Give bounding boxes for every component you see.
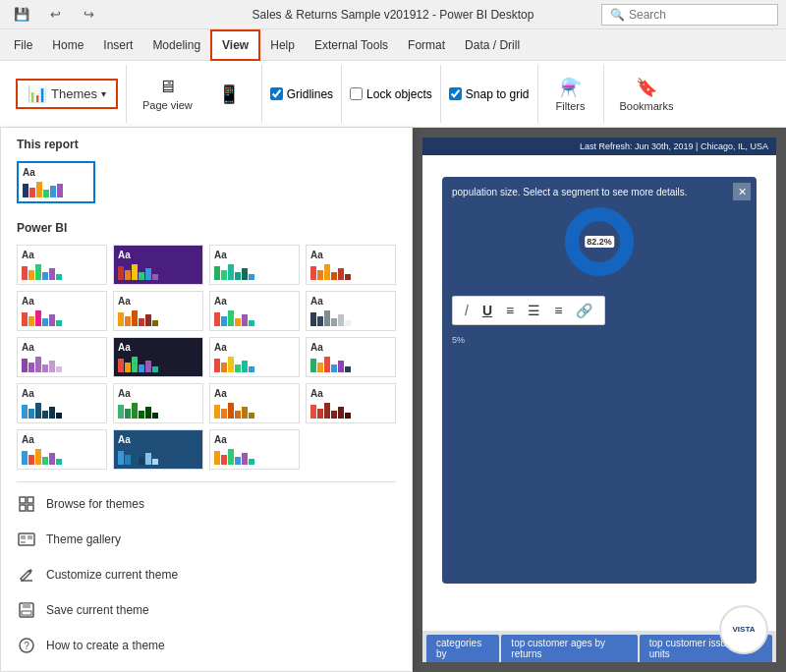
- theme-card[interactable]: Aa: [113, 383, 203, 423]
- snap-to-grid-label: Snap to grid: [466, 87, 530, 101]
- svg-rect-0: [20, 497, 26, 503]
- theme-card[interactable]: Aa: [306, 383, 396, 423]
- save-theme-label: Save current theme: [46, 603, 149, 617]
- ribbon-bookmarks-group: 🔖 Bookmarks: [604, 65, 690, 123]
- theme-card[interactable]: Aa: [113, 245, 203, 285]
- close-popup-button[interactable]: ✕: [733, 183, 751, 200]
- customize-theme-action[interactable]: Customize current theme: [1, 557, 412, 592]
- menu-view[interactable]: View: [210, 29, 260, 61]
- lock-objects-check[interactable]: [350, 87, 363, 100]
- theme-gallery-icon: [17, 530, 36, 549]
- main-area: This report Aa Power BI Aa: [0, 128, 786, 672]
- theme-card[interactable]: Aa: [306, 245, 396, 285]
- theme-card[interactable]: Aa: [113, 429, 203, 470]
- browse-themes-icon: [17, 494, 36, 514]
- svg-rect-3: [28, 505, 33, 511]
- slash-btn[interactable]: /: [461, 301, 473, 320]
- menu-data-drill[interactable]: Data / Drill: [455, 29, 530, 61]
- menu-help[interactable]: Help: [260, 29, 305, 61]
- this-report-theme-card[interactable]: Aa: [17, 161, 95, 203]
- menu-home[interactable]: Home: [42, 29, 93, 61]
- lock-objects-checkbox[interactable]: Lock objects: [350, 87, 432, 101]
- how-to-create-label: How to create a theme: [46, 639, 165, 652]
- bookmarks-icon: 🔖: [636, 77, 657, 98]
- lock-objects-label: Lock objects: [366, 87, 432, 101]
- ribbon: 📊 Themes ▾ 🖥 Page view 📱 Gridlines Lock …: [0, 61, 786, 128]
- svg-rect-1: [28, 497, 33, 503]
- title-bar: 💾 ↩ ↪ Sales & Returns Sample v201912 - P…: [0, 0, 786, 29]
- filters-button[interactable]: ⚗️ Filters: [546, 73, 595, 116]
- dropdown-divider: [17, 481, 396, 482]
- theme-card[interactable]: Aa: [113, 291, 203, 331]
- svg-rect-7: [21, 541, 26, 543]
- menu-modeling[interactable]: Modeling: [142, 29, 210, 61]
- ribbon-snaptogrid-group: Snap to grid: [441, 65, 538, 123]
- align-left-btn[interactable]: ≡: [502, 301, 518, 320]
- theme-card[interactable]: Aa: [209, 245, 300, 285]
- popup-text: population size. Select a segment to see…: [452, 187, 747, 197]
- phone-view-button[interactable]: 📱: [204, 80, 253, 109]
- gridlines-checkbox[interactable]: Gridlines: [270, 87, 333, 101]
- formatting-toolbar: / U ≡ ☰ ≡ 🔗: [452, 296, 605, 325]
- tab-returns[interactable]: top customer ages by returns: [501, 635, 637, 662]
- gridlines-label: Gridlines: [287, 87, 333, 101]
- themes-grid: Aa Aa: [1, 241, 412, 477]
- bookmarks-button[interactable]: 🔖 Bookmarks: [612, 73, 682, 116]
- save-icon[interactable]: 💾: [8, 4, 35, 26]
- save-theme-action[interactable]: Save current theme: [1, 592, 412, 628]
- theme-gallery-label: Theme gallery: [46, 532, 121, 546]
- underline-btn[interactable]: U: [478, 301, 496, 320]
- canvas-area: Last Refresh: Jun 30th, 2019 | Chicago, …: [413, 128, 786, 672]
- svg-rect-11: [22, 611, 31, 615]
- theme-card[interactable]: Aa: [17, 291, 107, 331]
- theme-card[interactable]: Aa: [113, 337, 203, 377]
- link-btn[interactable]: 🔗: [572, 301, 596, 320]
- how-to-create-action[interactable]: ? How to create a theme: [1, 628, 412, 663]
- theme-card[interactable]: Aa: [209, 291, 300, 331]
- customize-theme-label: Customize current theme: [46, 568, 178, 582]
- align-center-btn[interactable]: ☰: [524, 301, 544, 320]
- theme-card[interactable]: Aa: [209, 383, 300, 423]
- theme-card[interactable]: Aa: [17, 383, 107, 423]
- title-bar-controls: 💾 ↩ ↪: [8, 4, 102, 26]
- menu-format[interactable]: Format: [398, 29, 455, 61]
- theme-card[interactable]: Aa: [306, 291, 396, 331]
- menu-file[interactable]: File: [4, 29, 42, 61]
- themes-chevron-icon: ▾: [101, 88, 106, 99]
- svg-rect-6: [28, 535, 32, 539]
- customize-theme-icon: [17, 565, 36, 585]
- menu-external-tools[interactable]: External Tools: [305, 29, 398, 61]
- save-theme-icon: [17, 600, 36, 620]
- menu-bar: File Home Insert Modeling View Help Exte…: [0, 29, 786, 61]
- tab-categories[interactable]: categories by: [426, 635, 499, 662]
- menu-insert[interactable]: Insert: [93, 29, 142, 61]
- theme-gallery-action[interactable]: Theme gallery: [1, 522, 412, 557]
- svg-text:?: ?: [24, 641, 29, 651]
- browse-themes-action[interactable]: Browse for themes: [1, 486, 412, 522]
- search-icon: 🔍: [610, 8, 625, 22]
- align-right-btn[interactable]: ≡: [550, 301, 566, 320]
- search-box[interactable]: 🔍: [601, 4, 778, 26]
- snap-to-grid-check[interactable]: [449, 87, 462, 100]
- themes-label: Themes: [51, 86, 97, 101]
- theme-card[interactable]: Aa: [306, 337, 396, 377]
- redo-icon[interactable]: ↪: [75, 4, 102, 26]
- bookmarks-label: Bookmarks: [620, 100, 674, 112]
- theme-card[interactable]: Aa: [209, 337, 300, 377]
- canvas-inner: Last Refresh: Jun 30th, 2019 | Chicago, …: [422, 138, 776, 662]
- ribbon-pageview-group: 🖥 Page view 📱: [127, 65, 262, 123]
- theme-card[interactable]: Aa: [17, 337, 107, 377]
- page-view-button[interactable]: 🖥 Page view: [135, 73, 200, 115]
- undo-icon[interactable]: ↩: [41, 4, 69, 26]
- canvas-header: Last Refresh: Jun 30th, 2019 | Chicago, …: [422, 138, 776, 155]
- themes-icon: 📊: [28, 84, 47, 103]
- themes-button[interactable]: 📊 Themes ▾: [16, 79, 118, 109]
- snap-to-grid-checkbox[interactable]: Snap to grid: [449, 87, 530, 101]
- ribbon-gridlines-group: Gridlines: [262, 65, 342, 123]
- search-input[interactable]: [629, 8, 766, 22]
- theme-card[interactable]: Aa: [17, 429, 107, 470]
- search-area: 🔍: [601, 4, 778, 26]
- theme-card[interactable]: Aa: [17, 245, 107, 285]
- gridlines-check[interactable]: [270, 87, 283, 100]
- theme-card[interactable]: Aa: [209, 429, 300, 470]
